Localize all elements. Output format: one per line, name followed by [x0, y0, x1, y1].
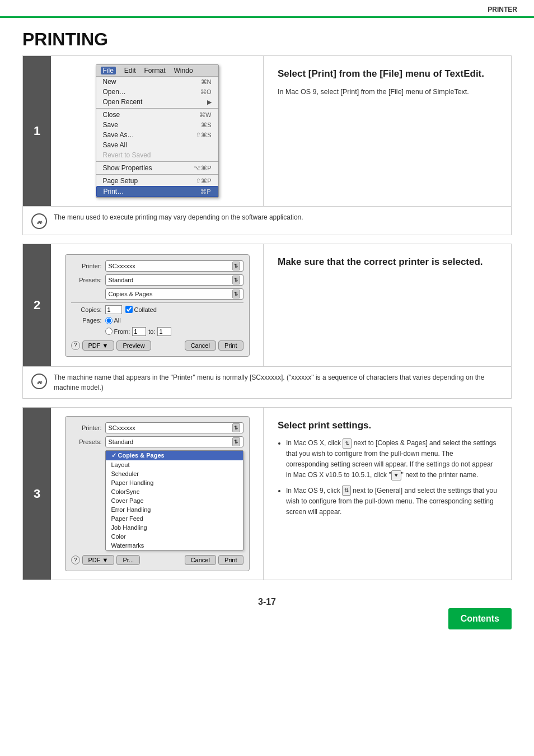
pages-all-label: All — [114, 317, 121, 324]
step-3-bullet-1: In Mac OS X, click ⇅ next to [Copies & P… — [286, 438, 497, 481]
panel-row: Copies & Pages ⇅ — [71, 288, 243, 300]
updown-icon-2: ⇅ — [342, 486, 351, 496]
dropdown-item-watermarks[interactable]: Watermarks — [106, 541, 243, 550]
preview-button[interactable]: Preview — [116, 340, 151, 351]
page-number: 3-17 — [258, 597, 276, 606]
updown-icon-1: ⇅ — [343, 438, 352, 449]
page-title: PRINTING — [0, 18, 534, 55]
step-1-number: 1 — [23, 56, 51, 206]
presets-input-3[interactable]: Standard ⇅ — [105, 436, 243, 447]
dialog-sep-1 — [71, 302, 243, 303]
presets-label: Presets: — [71, 277, 102, 283]
menu-item-save-all[interactable]: Save All — [96, 140, 218, 150]
step-3-image: Printer: SCxxxxxx ⇅ Presets: Standard ⇅ — [51, 408, 264, 580]
step-1-text: In Mac OS 9, select [Print] from the [Fi… — [278, 86, 497, 97]
printer-row: Printer: SCxxxxxx ⇅ — [71, 260, 243, 272]
page-number-container: 3-17 — [0, 597, 534, 607]
menu-edit[interactable]: Edit — [124, 67, 136, 74]
print-button[interactable]: Print — [218, 340, 243, 351]
pdf-button-3[interactable]: PDF ▼ — [82, 555, 115, 565]
menu-separator-3 — [96, 174, 218, 175]
dropdown-item-paper-handling[interactable]: Paper Handling — [106, 478, 243, 487]
menu-windo[interactable]: Windo — [174, 67, 193, 74]
step-2-heading: Make sure that the correct printer is se… — [278, 255, 497, 269]
printer-row-3: Printer: SCxxxxxx ⇅ — [71, 422, 243, 433]
presets-value: Standard — [109, 277, 134, 283]
menu-item-print[interactable]: Print…⌘P — [96, 186, 218, 197]
question-icon[interactable]: ? — [71, 341, 80, 350]
menu-item-new[interactable]: New⌘N — [96, 77, 218, 87]
print-button-3[interactable]: Print — [218, 555, 243, 565]
menu-item-show-properties[interactable]: Show Properties⌥⌘P — [96, 163, 218, 173]
panel-dropdown-container: ✓ Copies & Pages Layout Scheduler Paper … — [105, 450, 243, 550]
panel-stepper[interactable]: ⇅ — [232, 290, 240, 298]
action-buttons-3: Cancel Print — [185, 555, 243, 565]
pages-from-option[interactable]: From: — [105, 328, 130, 335]
menu-format[interactable]: Format — [144, 67, 166, 74]
copies-row: Copies: Collated — [71, 305, 243, 314]
pages-row: Pages: All — [71, 317, 243, 324]
printer-input-3[interactable]: SCxxxxxx ⇅ — [105, 422, 243, 433]
dropdown-item-copies-pages[interactable]: ✓ Copies & Pages — [106, 451, 243, 460]
mac-file-menu: File Edit Format Windo New⌘N Open…⌘O Ope… — [96, 64, 219, 198]
pages-from-label: From: — [114, 328, 130, 335]
pages-from-row: From: to: — [71, 327, 243, 336]
header-label: PRINTER — [488, 6, 517, 13]
printer-stepper[interactable]: ⇅ — [232, 262, 240, 270]
step-3-bullet-2: In Mac OS 9, click ⇅ next to [General] a… — [286, 486, 497, 518]
copies-pages-dropdown[interactable]: ✓ Copies & Pages Layout Scheduler Paper … — [105, 450, 243, 550]
step-1-note: 𝓃 The menu used to execute printing may … — [22, 207, 512, 235]
pages-from-radio[interactable] — [105, 328, 113, 335]
page-header: PRINTER — [0, 0, 534, 18]
step-3-number: 3 — [23, 408, 51, 580]
pdf-button[interactable]: PDF ▼ — [82, 340, 115, 351]
menu-separator-1 — [96, 108, 218, 109]
preview-button-3[interactable]: Pr... — [116, 555, 140, 565]
step-1-row: 1 File Edit Format Windo New⌘N Open…⌘O O… — [22, 55, 512, 207]
step-3-description: Select print settings. In Mac OS X, clic… — [264, 408, 511, 580]
cancel-button-3[interactable]: Cancel — [185, 555, 216, 565]
step-2-note: 𝓃 The machine name that appears in the "… — [22, 367, 512, 399]
presets-stepper[interactable]: ⇅ — [232, 276, 240, 284]
presets-input[interactable]: Standard ⇅ — [105, 274, 243, 286]
printer-stepper-3[interactable]: ⇅ — [232, 423, 240, 432]
footer: 3-17 Contents — [0, 597, 534, 641]
collated-checkbox[interactable]: Collated — [125, 306, 157, 313]
pages-from-input[interactable] — [132, 327, 146, 336]
collated-check[interactable] — [125, 306, 133, 313]
dropdown-item-layout[interactable]: Layout — [106, 460, 243, 469]
note-icon-2: 𝓃 — [31, 374, 47, 389]
menu-item-save[interactable]: Save⌘S — [96, 120, 218, 130]
printer-input[interactable]: SCxxxxxx ⇅ — [105, 260, 243, 272]
dropdown-item-job-handling[interactable]: Job Handling — [106, 523, 243, 532]
dropdown-item-colorsync[interactable]: ColorSync — [106, 487, 243, 496]
dropdown-item-cover-page[interactable]: Cover Page — [106, 496, 243, 505]
presets-label-3: Presets: — [71, 438, 102, 445]
menu-item-page-setup[interactable]: Page Setup⇧⌘P — [96, 176, 218, 186]
menu-item-open[interactable]: Open…⌘O — [96, 87, 218, 97]
pages-all-option[interactable]: All — [105, 317, 121, 324]
copies-label: Copies: — [71, 306, 102, 313]
question-icon-3[interactable]: ? — [71, 556, 80, 564]
copies-input[interactable] — [105, 305, 122, 314]
dropdown-icon: ▼ — [391, 470, 401, 480]
panel-spacer-3 — [71, 450, 102, 550]
step-3-bullets: In Mac OS X, click ⇅ next to [Copies & P… — [278, 438, 497, 517]
dropdown-item-paper-feed[interactable]: Paper Feed — [106, 514, 243, 523]
menu-file[interactable]: File — [101, 67, 116, 74]
presets-value-3: Standard — [109, 438, 134, 445]
panel-input[interactable]: Copies & Pages ⇅ — [105, 288, 243, 300]
dropdown-item-error-handling[interactable]: Error Handling — [106, 505, 243, 514]
contents-button[interactable]: Contents — [448, 608, 512, 629]
dropdown-item-scheduler[interactable]: Scheduler — [106, 469, 243, 478]
menu-bar: File Edit Format Windo — [96, 65, 218, 77]
pages-to-input[interactable] — [157, 327, 171, 336]
menu-item-open-recent[interactable]: Open Recent▶ — [96, 97, 218, 107]
pages-all-radio[interactable] — [105, 317, 113, 324]
presets-stepper-3[interactable]: ⇅ — [232, 437, 240, 446]
dropdown-item-color[interactable]: Color — [106, 532, 243, 541]
cancel-button[interactable]: Cancel — [185, 340, 216, 351]
menu-item-close[interactable]: Close⌘W — [96, 110, 218, 120]
printer-value: SCxxxxxx — [109, 263, 135, 269]
menu-item-save-as[interactable]: Save As…⇧⌘S — [96, 130, 218, 140]
